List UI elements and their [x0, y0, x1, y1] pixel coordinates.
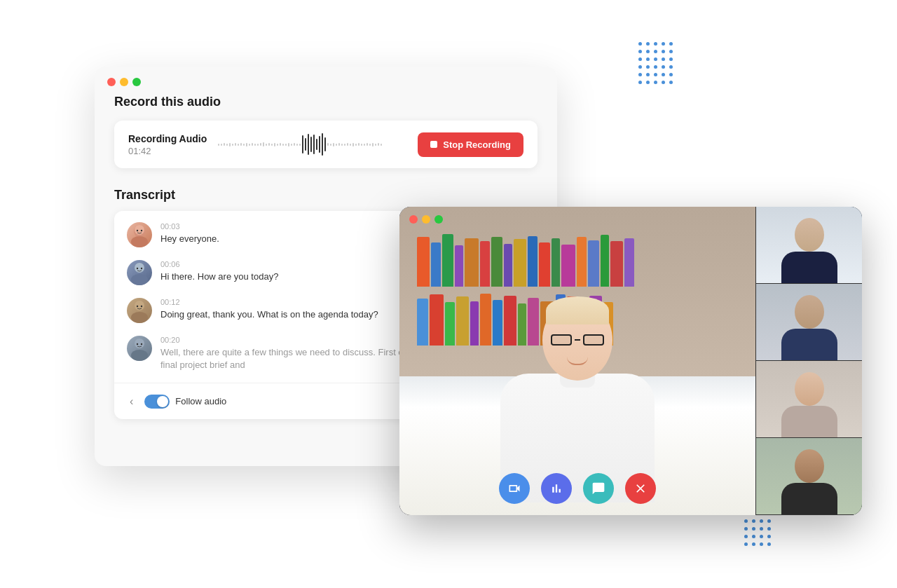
stats-control-button[interactable]	[541, 473, 572, 504]
sidebar-video-2	[755, 284, 862, 361]
footer-left: ‹ Follow audio	[127, 392, 226, 411]
message-content-1: 00:03 Hey everyone.	[160, 222, 219, 245]
recording-label: Recording Audio	[128, 133, 207, 144]
message-content-3: 00:12 Doing great, thank you. What is on…	[160, 298, 378, 321]
svg-point-3	[137, 230, 138, 231]
video-minimize-dot	[422, 215, 430, 224]
main-video-feed	[399, 207, 755, 515]
message-content-2: 00:06 Hi there. How are you today?	[160, 260, 278, 283]
message-time-2: 00:06	[160, 260, 278, 268]
video-maximize-dot	[434, 215, 443, 224]
avatar-4	[127, 336, 152, 361]
transcript-title: Transcript	[114, 188, 537, 203]
svg-point-13	[131, 350, 148, 361]
end-call-button[interactable]	[625, 473, 656, 504]
recording-info: Recording Audio 01:42	[128, 133, 207, 156]
svg-point-12	[141, 306, 142, 307]
avatar-2	[127, 260, 152, 285]
follow-audio-toggle-wrapper: Follow audio	[144, 395, 226, 409]
avatar-3	[127, 298, 152, 323]
message-text-1: Hey everyone.	[160, 233, 219, 245]
svg-point-1	[131, 236, 148, 247]
window-titlebar	[95, 67, 557, 95]
avatar-1	[127, 222, 152, 247]
svg-point-4	[141, 230, 142, 231]
maximize-dot	[132, 78, 141, 86]
message-text-3: Doing great, thank you. What is on the a…	[160, 308, 378, 321]
svg-point-15	[137, 343, 138, 345]
toggle-knob	[157, 396, 168, 407]
follow-audio-label: Follow audio	[175, 396, 226, 406]
message-time-3: 00:12	[160, 298, 378, 306]
follow-audio-toggle[interactable]	[144, 395, 170, 409]
stop-recording-label: Stop Recording	[443, 139, 511, 150]
camera-control-button[interactable]	[499, 473, 530, 504]
video-controls	[399, 473, 755, 504]
video-titlebar	[399, 207, 453, 231]
dot-decoration-top	[638, 42, 673, 84]
svg-point-16	[141, 343, 142, 345]
svg-point-7	[137, 268, 138, 269]
minimize-dot	[120, 78, 128, 86]
svg-point-11	[137, 306, 138, 307]
stop-icon	[430, 141, 437, 148]
svg-point-5	[131, 274, 148, 285]
message-text-2: Hi there. How are you today?	[160, 271, 278, 283]
svg-point-8	[141, 268, 142, 269]
close-dot	[107, 78, 116, 86]
stop-recording-button[interactable]: Stop Recording	[418, 132, 523, 157]
chat-control-button[interactable]	[583, 473, 614, 504]
recording-card: Recording Audio 01:42	[114, 121, 537, 168]
recording-time: 01:42	[128, 146, 207, 156]
audio-waveform	[218, 132, 406, 157]
record-section-title: Record this audio	[114, 95, 537, 109]
sidebar-video-1	[755, 207, 862, 284]
dot-decoration-bottom	[744, 512, 771, 546]
sidebar-video-3	[755, 361, 862, 438]
video-sidebar	[755, 207, 862, 515]
message-time-1: 00:03	[160, 222, 219, 231]
back-button[interactable]: ‹	[127, 392, 136, 411]
svg-point-9	[131, 312, 148, 323]
video-window	[399, 207, 862, 515]
sidebar-video-4	[755, 438, 862, 515]
video-close-dot	[409, 215, 418, 224]
